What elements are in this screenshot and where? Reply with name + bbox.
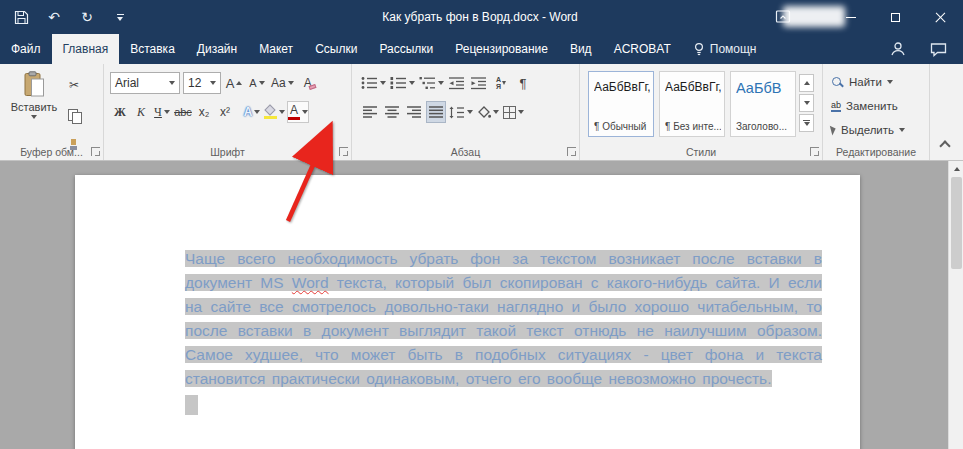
multilevel-list-button[interactable]	[418, 72, 445, 94]
style-no-spacing[interactable]: АаБбВвГг, ¶ Без инте...	[659, 71, 725, 137]
shading-button[interactable]	[476, 101, 500, 123]
styles-more-button[interactable]	[799, 114, 814, 132]
bullets-button[interactable]	[360, 72, 387, 94]
tab-file[interactable]: Файл	[0, 34, 52, 64]
tab-view[interactable]: Вид	[559, 34, 603, 64]
tab-references[interactable]: Ссылки	[304, 34, 368, 64]
scrollbar-thumb[interactable]	[951, 177, 962, 269]
pilcrow-icon: ¶	[520, 76, 527, 91]
find-icon	[831, 76, 844, 89]
redo-button[interactable]: ↻	[78, 8, 96, 26]
font-color-button[interactable]: А	[287, 101, 309, 123]
replace-button[interactable]: ab Заменить	[831, 96, 898, 116]
close-icon	[935, 12, 946, 23]
grow-font-button[interactable]: А	[224, 72, 244, 94]
save-button[interactable]	[12, 8, 30, 26]
styles-scroll-down-button[interactable]	[799, 94, 814, 112]
underline-button[interactable]: Ч	[152, 101, 172, 123]
maximize-icon	[891, 13, 900, 22]
strikethrough-button[interactable]: abc	[173, 101, 193, 123]
cut-button[interactable]: ✂	[64, 74, 84, 96]
styles-scroll-up-button[interactable]	[799, 74, 814, 92]
paragraph-dialog-launcher[interactable]	[567, 147, 576, 156]
italic-button[interactable]: К	[131, 101, 151, 123]
line-spacing-button[interactable]	[448, 101, 474, 123]
font-size-value: 12	[188, 76, 201, 90]
decrease-indent-button[interactable]	[447, 72, 467, 94]
tab-home[interactable]: Главная	[52, 34, 120, 64]
tab-design[interactable]: Дизайн	[186, 34, 248, 64]
undo-button[interactable]: ↶	[45, 8, 63, 26]
customize-qat-button[interactable]	[111, 8, 129, 26]
font-name-value: Arial	[115, 76, 139, 90]
show-paragraph-marks-button[interactable]: ¶	[513, 72, 533, 94]
window-controls	[828, 0, 963, 34]
multilevel-list-icon	[419, 76, 436, 90]
font-row-2: Ж К Ч abc x₂ x² А А	[110, 101, 309, 123]
tab-tell-me[interactable]: Помощн	[682, 34, 768, 64]
word-window: ↶ ↻ Как убрать фон в Ворд.docx - Word Фа…	[0, 0, 963, 449]
bullets-icon	[361, 76, 378, 90]
style-heading1[interactable]: АаБбВ Заголово...	[730, 71, 796, 137]
copy-button[interactable]	[64, 104, 84, 126]
minimize-button[interactable]	[828, 0, 873, 34]
justify-button[interactable]	[426, 101, 446, 123]
vertical-scrollbar[interactable]	[948, 161, 963, 449]
highlight-color-button[interactable]	[263, 101, 286, 123]
paste-button[interactable]: Вставить	[8, 71, 60, 143]
select-cursor-icon	[830, 125, 837, 136]
title-bar: ↶ ↻ Как убрать фон в Ворд.docx - Word	[0, 0, 963, 34]
change-case-button[interactable]: Aa	[270, 72, 295, 94]
sort-button[interactable]: АЯ	[491, 72, 511, 94]
comment-icon[interactable]	[930, 42, 947, 57]
font-name-combo[interactable]: Arial	[110, 72, 180, 94]
clear-formatting-button[interactable]: А	[298, 72, 318, 94]
text-effects-button[interactable]: А	[242, 101, 262, 123]
shrink-font-button[interactable]: А	[247, 72, 267, 94]
borders-button[interactable]	[502, 101, 525, 123]
scroll-up-arrow[interactable]	[949, 161, 963, 176]
select-button[interactable]: Выделить	[831, 120, 905, 140]
numbering-button[interactable]	[389, 72, 416, 94]
align-center-button[interactable]	[382, 101, 402, 123]
bold-button[interactable]: Ж	[110, 101, 130, 123]
align-left-button[interactable]	[360, 101, 380, 123]
tab-insert[interactable]: Вставка	[119, 34, 186, 64]
group-clipboard: Вставить ✂ Буфер обм...	[0, 64, 104, 160]
style-normal[interactable]: АаБбВвГг, ¶ Обычный	[588, 71, 654, 137]
lightbulb-icon	[693, 42, 705, 56]
spellcheck-underlined-word: Word	[292, 274, 329, 291]
align-right-button[interactable]	[404, 101, 424, 123]
numbering-icon	[390, 76, 407, 90]
tab-acrobat[interactable]: ACROBAT	[603, 34, 682, 64]
find-button[interactable]: Найти	[831, 72, 893, 92]
font-dialog-launcher[interactable]	[339, 147, 348, 156]
increase-indent-button[interactable]	[469, 72, 489, 94]
collapse-ribbon-button[interactable]	[939, 140, 950, 151]
editing-group-label: Редактирование	[823, 146, 929, 158]
select-label: Выделить	[841, 124, 894, 136]
sort-icon: АЯ	[496, 76, 506, 90]
grow-font-icon	[236, 81, 242, 85]
tab-mailings[interactable]: Рассылки	[368, 34, 444, 64]
minimize-icon	[846, 17, 856, 18]
group-font: Arial 12 А А Aa А	[104, 64, 352, 160]
tab-layout[interactable]: Макет	[248, 34, 304, 64]
styles-dialog-launcher[interactable]	[810, 147, 819, 156]
style-preview: АаБбВ	[736, 80, 792, 96]
justify-icon	[429, 106, 444, 118]
paste-label: Вставить	[11, 101, 58, 113]
close-button[interactable]	[918, 0, 963, 34]
paragraph-group-label: Абзац	[352, 146, 579, 158]
subscript-button[interactable]: x₂	[194, 101, 214, 123]
account-person-icon[interactable]	[890, 41, 906, 57]
font-size-combo[interactable]: 12	[183, 72, 221, 94]
borders-icon	[503, 106, 516, 119]
superscript-button[interactable]: x²	[215, 101, 235, 123]
maximize-button[interactable]	[873, 0, 918, 34]
tabrow-right-icons	[890, 34, 963, 64]
save-icon	[14, 10, 29, 25]
document-page[interactable]: Чаще всего необходимость убрать фон за т…	[75, 175, 860, 449]
tab-review[interactable]: Рецензирование	[444, 34, 559, 64]
clipboard-dialog-launcher[interactable]	[91, 147, 100, 156]
